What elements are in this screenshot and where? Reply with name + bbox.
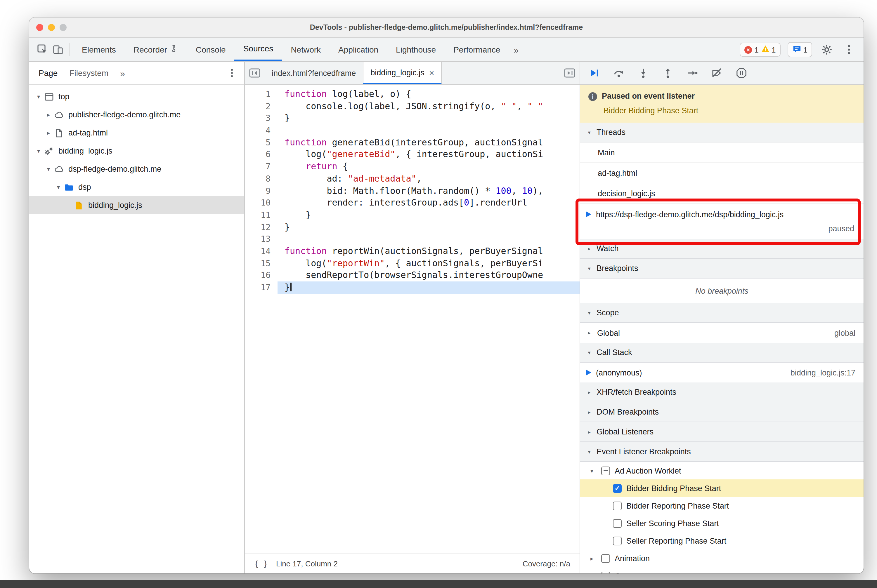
line-number[interactable]: 11 xyxy=(245,209,278,221)
line-number[interactable]: 6 xyxy=(245,148,278,160)
editor-tab-index-html-fencedframe[interactable]: index.html?fencedframe xyxy=(265,62,363,84)
code-text[interactable]: bid: Math.floor(Math.random() * 100, 10)… xyxy=(278,185,580,197)
deactivate-breakpoints-icon[interactable] xyxy=(711,67,723,79)
issues-badge[interactable]: 1 xyxy=(788,42,812,57)
panel-tab-console[interactable]: Console xyxy=(187,38,235,61)
expanded-triangle-icon[interactable]: ▾ xyxy=(44,166,53,172)
frame-location[interactable]: bidding_logic.js:17 xyxy=(791,368,855,377)
code-text[interactable] xyxy=(278,124,580,136)
checkbox-ad-auction-worklet[interactable] xyxy=(601,466,610,475)
checkbox-canvas[interactable] xyxy=(601,572,610,573)
line-number[interactable]: 7 xyxy=(245,160,278,172)
tree-item-ad-tag-html[interactable]: ▸ad-tag.html xyxy=(29,124,244,142)
code-text[interactable]: function generateBid(interestGroup, auct… xyxy=(278,136,580,148)
line-number[interactable]: 8 xyxy=(245,173,278,185)
step-over-icon[interactable] xyxy=(613,67,624,79)
code-text[interactable]: function reportWin(auctionSignals, perBu… xyxy=(278,245,580,257)
inspect-element-icon[interactable] xyxy=(35,42,50,57)
elb-item-bidder-bidding-phase-start[interactable]: ✓Bidder Bidding Phase Start xyxy=(580,479,863,497)
panel-tab-recorder[interactable]: Recorder xyxy=(125,38,187,61)
section-header-xhr-breakpoints[interactable]: ▸ XHR/fetch Breakpoints xyxy=(580,382,863,402)
thread-decision-logic-js[interactable]: decision_logic.js xyxy=(580,183,863,204)
panel-tab-sources[interactable]: Sources xyxy=(235,38,282,61)
line-number[interactable]: 9 xyxy=(245,185,278,197)
code-editor[interactable]: 1function log(label, o) {2 console.log(l… xyxy=(245,85,580,554)
checkbox-bidder-reporting-phase-start[interactable] xyxy=(613,501,622,510)
collapsed-triangle-icon[interactable]: ▸ xyxy=(44,111,53,118)
code-text[interactable]: return { xyxy=(278,160,580,172)
collapsed-triangle-icon[interactable]: ▸ xyxy=(587,573,597,573)
resume-icon[interactable] xyxy=(588,67,600,79)
elb-item-seller-reporting-phase-start[interactable]: Seller Reporting Phase Start xyxy=(580,532,863,549)
line-number[interactable]: 2 xyxy=(245,100,278,112)
code-text[interactable]: render: interestGroup.ads[0].renderUrl xyxy=(278,197,580,209)
tree-item-publisher-fledge-demo-glitch-me[interactable]: ▸publisher-fledge-demo.glitch.me xyxy=(29,106,244,124)
kebab-menu-icon[interactable] xyxy=(841,42,857,57)
panel-tab-elements[interactable]: Elements xyxy=(73,38,125,61)
line-number[interactable]: 4 xyxy=(245,124,278,136)
collapsed-triangle-icon[interactable]: ▸ xyxy=(44,130,53,136)
section-header-threads[interactable]: ▾ Threads xyxy=(580,123,863,142)
code-text[interactable]: } xyxy=(278,209,580,221)
more-panels-chevron[interactable]: » xyxy=(509,45,523,55)
navigator-kebab-icon[interactable] xyxy=(226,67,238,80)
line-number[interactable]: 15 xyxy=(245,257,278,269)
thread-ad-tag-html[interactable]: ad-tag.html xyxy=(580,163,863,183)
line-number[interactable]: 1 xyxy=(245,88,278,100)
code-text[interactable]: log("generateBid", { interestGroup, auct… xyxy=(278,148,580,160)
pretty-print-button[interactable]: { } xyxy=(254,560,268,568)
open-file-navigation-icon[interactable] xyxy=(560,62,580,84)
panel-tab-lighthouse[interactable]: Lighthouse xyxy=(387,38,445,61)
device-toolbar-icon[interactable] xyxy=(50,42,65,57)
minimize-window-button[interactable] xyxy=(48,24,55,31)
tree-item-dsp[interactable]: ▾dsp xyxy=(29,178,244,196)
more-navigator-tabs-chevron[interactable]: » xyxy=(120,68,125,78)
code-text[interactable]: } xyxy=(278,112,580,124)
section-header-watch[interactable]: ▸ Watch xyxy=(580,239,863,259)
tree-item-top[interactable]: ▾top xyxy=(29,88,244,106)
panel-tab-performance[interactable]: Performance xyxy=(445,38,509,61)
section-header-call-stack[interactable]: ▾ Call Stack xyxy=(580,343,863,363)
elb-item-seller-scoring-phase-start[interactable]: Seller Scoring Phase Start xyxy=(580,514,863,532)
tree-item-bidding-logic-js[interactable]: ▾bidding_logic.js xyxy=(29,142,244,160)
navigator-tab-filesystem[interactable]: Filesystem xyxy=(69,68,108,78)
step-icon[interactable] xyxy=(686,67,698,79)
expanded-triangle-icon[interactable]: ▾ xyxy=(54,184,63,190)
console-status-badge[interactable]: × 1 1 xyxy=(740,43,781,57)
collapsed-triangle-icon[interactable]: ▸ xyxy=(587,555,597,561)
checkbox-seller-reporting-phase-start[interactable] xyxy=(613,536,622,545)
elb-group-canvas[interactable]: ▸Canvas xyxy=(580,567,863,573)
step-into-icon[interactable] xyxy=(638,67,649,79)
code-text[interactable]: console.log(label, JSON.stringify(o, " "… xyxy=(278,100,580,112)
section-header-breakpoints[interactable]: ▾ Breakpoints xyxy=(580,259,863,279)
line-number[interactable]: 17 xyxy=(245,282,278,293)
pause-on-exceptions-icon[interactable] xyxy=(736,67,747,79)
elb-item-bidder-reporting-phase-start[interactable]: Bidder Reporting Phase Start xyxy=(580,497,863,514)
elb-group-animation[interactable]: ▸Animation xyxy=(580,549,863,567)
code-text[interactable]: } xyxy=(278,221,580,233)
code-text[interactable]: ad: "ad-metadata", xyxy=(278,173,580,185)
line-number[interactable]: 3 xyxy=(245,112,278,124)
section-header-scope[interactable]: ▾ Scope xyxy=(580,303,863,323)
code-text[interactable]: } xyxy=(278,282,580,293)
tree-item-dsp-fledge-demo-glitch-me[interactable]: ▾dsp-fledge-demo.glitch.me xyxy=(29,160,244,178)
code-text[interactable]: function log(label, o) { xyxy=(278,88,580,100)
checkbox-bidder-bidding-phase-start[interactable]: ✓ xyxy=(613,484,622,492)
fullscreen-window-button[interactable] xyxy=(60,24,66,31)
navigator-tab-page[interactable]: Page xyxy=(39,68,57,78)
section-header-global-listeners[interactable]: ▸ Global Listeners xyxy=(580,422,863,442)
thread-https-dsp-fledge-demo-glitch-me-dsp-bidding-logic-js[interactable]: https://dsp-fledge-demo.glitch.me/dsp/bi… xyxy=(580,204,863,239)
call-frame-anonymous[interactable]: (anonymous) bidding_logic.js:17 xyxy=(580,363,863,382)
close-tab-icon[interactable]: × xyxy=(429,68,435,77)
line-number[interactable]: 12 xyxy=(245,221,278,233)
section-header-event-listener-breakpoints[interactable]: ▾ Event Listener Breakpoints xyxy=(580,442,863,462)
checkbox-animation[interactable] xyxy=(601,554,610,562)
line-number[interactable]: 16 xyxy=(245,270,278,282)
editor-tab-bidding-logic-js[interactable]: bidding_logic.js× xyxy=(363,62,442,84)
collapsed-icon[interactable]: ▸ xyxy=(586,330,593,336)
code-text[interactable] xyxy=(278,233,580,245)
code-text[interactable]: log("reportWin", { auctionSignals, perBu… xyxy=(278,257,580,269)
close-window-button[interactable] xyxy=(36,24,43,31)
line-number[interactable]: 10 xyxy=(245,197,278,209)
line-number[interactable]: 5 xyxy=(245,136,278,148)
